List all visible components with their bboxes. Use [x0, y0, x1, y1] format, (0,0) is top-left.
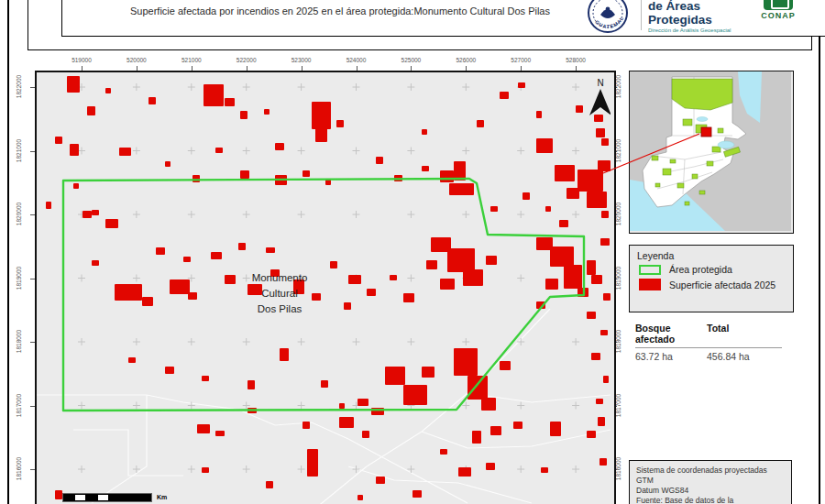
- header-divider: [641, 0, 642, 30]
- fire-patch: [148, 97, 156, 104]
- fire-patch: [522, 192, 530, 200]
- y-tick-label: 1818000: [16, 326, 22, 357]
- fire-patch: [302, 170, 310, 177]
- fire-patch: [601, 211, 609, 218]
- legend: Leyenda Área protegida Superficie afecta…: [629, 245, 794, 312]
- fire-patch: [463, 269, 483, 286]
- fire-patch: [204, 84, 224, 106]
- fire-patch: [240, 170, 249, 179]
- legend-item-protected-area: Área protegida: [639, 264, 793, 275]
- guatemala-seal-logo: GUATEMALA: [582, 0, 633, 44]
- x-tick-label: 525000: [383, 57, 438, 63]
- fire-patch: [330, 261, 337, 268]
- fire-patch: [426, 260, 437, 269]
- fire-patch: [601, 138, 609, 146]
- conap-logo: CONAP: [758, 0, 798, 20]
- fire-patch: [275, 143, 284, 150]
- fire-patch: [591, 353, 600, 360]
- fire-patch: [315, 128, 327, 142]
- fire-patch: [587, 260, 596, 275]
- coordinate-info-line: GTM: [636, 476, 791, 486]
- fire-patch: [422, 129, 427, 135]
- guatemala-inset-map[interactable]: [629, 71, 794, 234]
- fire-patch: [376, 477, 385, 484]
- fire-patch: [472, 431, 481, 444]
- x-tick-label: 523000: [274, 57, 329, 63]
- fire-patch: [202, 376, 209, 381]
- north-arrow-icon: [589, 89, 610, 115]
- fire-patch: [115, 284, 142, 301]
- fire-patch: [55, 137, 62, 144]
- fire-patch: [367, 289, 376, 296]
- area-label-line: Monumento: [243, 270, 316, 286]
- y-tick-label: 1822000: [16, 71, 22, 103]
- coordinate-system-info: Sistema de coordenadas proyectadasGTMDat…: [629, 460, 792, 504]
- fire-patch: [412, 490, 422, 498]
- fire-patch: [165, 367, 174, 374]
- fire-patch: [422, 367, 434, 378]
- fire-patch: [215, 431, 225, 436]
- fire-patch: [541, 467, 548, 473]
- fire-patch: [339, 417, 354, 428]
- fire-patch: [513, 422, 522, 429]
- fire-patch: [336, 120, 344, 127]
- fire-patch: [128, 357, 136, 363]
- fire-patch: [600, 330, 608, 335]
- fire-patch: [312, 102, 331, 129]
- fire-patch: [486, 256, 497, 265]
- fire-patch: [87, 106, 95, 115]
- x-tick-label: 520000: [109, 57, 164, 63]
- conap-emblem-icon: [764, 0, 793, 10]
- fire-patch: [587, 431, 596, 438]
- fire-patch: [92, 210, 99, 215]
- fire-patch: [600, 238, 610, 246]
- fire-patch: [188, 292, 197, 300]
- fire-patch: [490, 426, 501, 435]
- scale-bar-unit: Km: [157, 494, 167, 500]
- x-tick-label: 519000: [54, 57, 109, 63]
- protected-area-name-label: Monumento Cultural Dos Pilas: [243, 270, 316, 317]
- fire-patch: [385, 367, 405, 385]
- fire-patch: [390, 275, 397, 280]
- fire-patch: [307, 449, 318, 477]
- table-header-bosque: Bosque afectado: [635, 323, 707, 345]
- fire-patch: [559, 220, 568, 227]
- y-tick-label: 1816000: [16, 454, 22, 485]
- fire-patch: [46, 202, 51, 209]
- fire-patch: [458, 467, 471, 477]
- org-name-block: Consejo Nacional de Áreas Protegidas Dir…: [648, 0, 756, 33]
- fire-patch: [536, 111, 542, 118]
- fire-patch: [566, 188, 579, 199]
- inset-map-canvas: [630, 71, 791, 231]
- y-tick-label: 1817000: [16, 389, 22, 421]
- fire-patch: [598, 160, 610, 171]
- x-tick-label: 521000: [164, 57, 219, 63]
- fire-patch: [591, 275, 602, 284]
- main-map[interactable]: N Monumento Cultural Dos Pilas Km: [35, 71, 616, 504]
- fire-patch: [376, 157, 383, 164]
- fire-patch: [248, 380, 255, 389]
- fire-patch: [596, 399, 603, 404]
- title-banner: Superficie afectada por incendios en 202…: [28, 0, 812, 50]
- map-subtitle: Superficie afectada por incendios en 202…: [83, 5, 597, 16]
- area-label-line: Dos Pilas: [243, 301, 316, 317]
- fire-patch: [600, 458, 607, 466]
- fire-patch: [550, 247, 574, 267]
- fire-patch: [192, 175, 200, 182]
- fire-patch: [518, 82, 525, 88]
- fire-patch: [183, 257, 191, 262]
- fire-patch: [500, 361, 511, 370]
- fire-patch: [55, 490, 62, 499]
- legend-item-label: Área protegida: [669, 264, 732, 275]
- fire-patch: [348, 275, 361, 284]
- fire-patch: [280, 348, 289, 361]
- fire-patch: [555, 165, 575, 181]
- fire-patch: [362, 431, 369, 438]
- fire-patch: [156, 247, 165, 255]
- north-label: N: [587, 78, 614, 88]
- org-subunit-label: Dirección de Análisis Geoespacial: [648, 27, 756, 33]
- fire-patch: [358, 399, 368, 406]
- fire-patch: [440, 449, 447, 455]
- fire-patch: [73, 183, 79, 189]
- fire-patch: [440, 170, 454, 182]
